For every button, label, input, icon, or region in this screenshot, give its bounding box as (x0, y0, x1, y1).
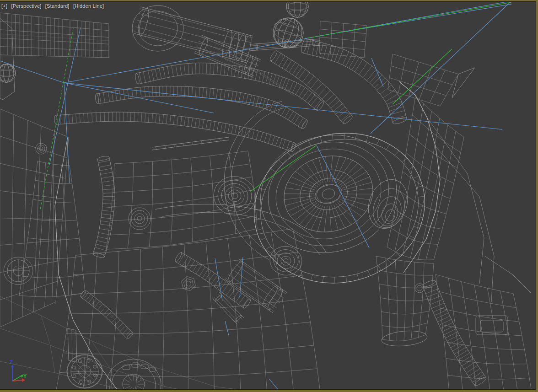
viewport-label-menus: [+] [Perspective] [Standard] [Hidden Lin… (1, 3, 106, 9)
viewport-border-top (0, 0, 538, 1)
axis-x-arrow-icon (22, 378, 25, 382)
wireframe-mesh (0, 0, 532, 392)
wireframe-canvas: Z Y (0, 0, 538, 392)
viewport-menu-standard[interactable]: [Standard] (45, 3, 70, 9)
world-axis-gizmo: Z Y (10, 360, 27, 382)
axis-y-label: Y (23, 373, 27, 379)
viewport[interactable]: Z Y [+] [Perspective] [Standard] [Hidden… (0, 0, 538, 392)
viewport-menu-general[interactable]: [+] (1, 3, 7, 9)
viewport-border-bottom (0, 390, 538, 392)
viewport-border-right (536, 0, 538, 392)
axis-z-label: Z (10, 360, 13, 365)
viewport-menu-pov[interactable]: [Perspective] (11, 3, 41, 9)
viewport-menu-shading[interactable]: [Hidden Line] (73, 3, 104, 9)
